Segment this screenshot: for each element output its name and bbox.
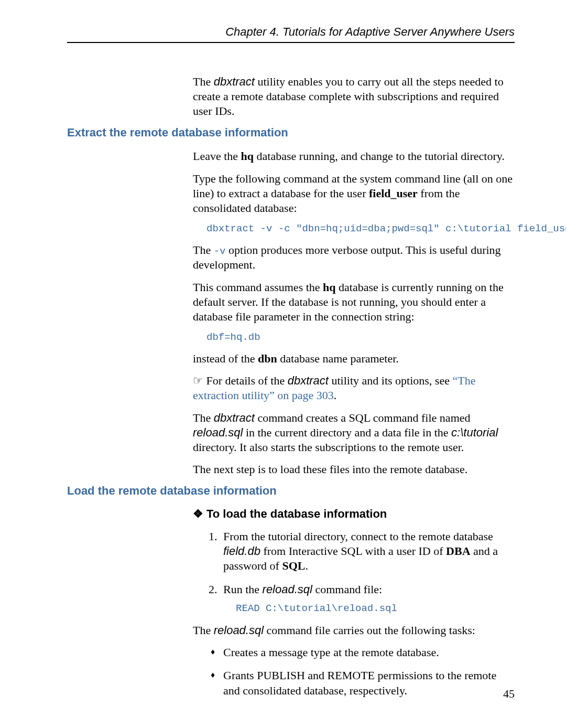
text: Type the following command at the system… [193,172,513,200]
running-head: Chapter 4. Tutorials for Adaptive Server… [67,25,515,43]
task-heading: ❖To load the database information [193,507,515,521]
file-reload-sql: reload.sql [193,426,243,439]
pointer-icon: ☞ For details of the [193,374,288,387]
text: in the current directory and a data file… [243,426,451,439]
paragraph: The dbxtract command creates a SQL comma… [193,411,515,455]
code-dbxtract-command: dbxtract -v -c "dbn=hq;uid=dba;pwd=sql" … [206,223,515,234]
paragraph: instead of the dbn database name paramet… [193,351,515,366]
text: instead of the [193,352,258,365]
db-name-hq: hq [323,281,335,294]
section-heading-load: Load the remote database information [67,484,515,498]
intro-paragraph: The dbxtract utility enables you to carr… [193,74,515,119]
file-reload-sql: reload.sql [263,583,312,596]
text: database running, and change to the tuto… [254,149,505,163]
text: database name parameter. [277,352,399,365]
user-dba: DBA [446,544,470,558]
task-title: To load the database information [206,507,387,520]
step-2: Run the reload.sql command file: READ C:… [220,582,515,615]
text: . [305,559,308,572]
list-item: Grants PUBLISH and REMOTE permissions to… [211,668,515,698]
text: The [193,75,214,88]
text: The [193,624,214,637]
code-read-reload: READ C:\tutorial\reload.sql [236,602,515,615]
pwd-sql: SQL [282,559,305,572]
term-dbxtract: dbxtract [214,411,255,424]
text: command creates a SQL command file named [255,411,471,424]
text: utility and its options, see [329,374,453,387]
paragraph-crossref: ☞ For details of the dbxtract utility an… [193,373,515,403]
paragraph: Leave the hq database running, and chang… [193,149,515,164]
text: . [334,389,337,402]
text: The [193,243,214,256]
text: directory. It also starts the subscripti… [193,441,464,454]
step-1: From the tutorial directory, connect to … [220,529,515,573]
file-field-db: field.db [223,544,260,558]
page-number: 45 [503,687,515,701]
numbered-steps: From the tutorial directory, connect to … [193,529,515,615]
user-field-user: field_user [369,187,418,200]
path-tutorial: c:\tutorial [451,426,498,439]
code-dbf-param: dbf=hq.db [206,331,515,343]
text: command file: [312,583,382,596]
paragraph: The -v option produces more verbose outp… [193,243,515,272]
file-reload-sql: reload.sql [214,624,264,637]
option-v: -v [214,245,226,257]
db-name-hq: hq [241,149,254,163]
text: from Interactive SQL with a user ID of [260,544,446,558]
section-heading-extract: Extract the remote database information [67,126,515,140]
paragraph: The reload.sql command file carries out … [193,623,515,638]
text: option produces more verbose output. Thi… [193,243,501,271]
text: command file carries out the following t… [264,624,475,637]
term-dbxtract: dbxtract [214,75,255,88]
list-item: Creates a message type at the remote dat… [211,645,515,660]
text: Leave the [193,149,241,163]
paragraph: This command assumes the hq database is … [193,280,515,324]
bullet-list: Creates a message type at the remote dat… [193,645,515,698]
text: Run the [223,583,263,596]
paragraph: Type the following command at the system… [193,172,515,216]
text: From the tutorial directory, connect to … [223,530,493,543]
text: The [193,411,214,424]
paragraph: The next step is to load these files int… [193,462,515,477]
param-dbn: dbn [258,352,277,365]
diamond-icon: ❖ [193,507,206,521]
text: This command assumes the [193,281,323,294]
term-dbxtract: dbxtract [288,374,329,387]
